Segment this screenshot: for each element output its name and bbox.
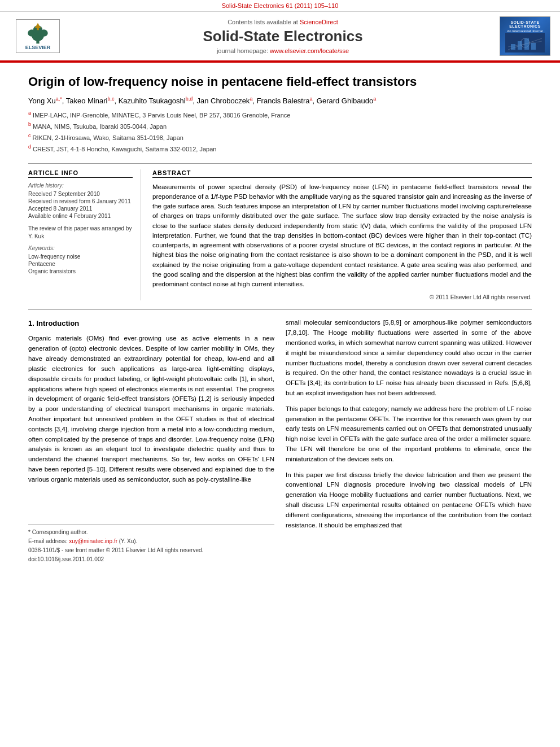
affiliation-a: a IMEP-LAHC, INP-Grenoble, MINATEC, 3 Pa…: [28, 110, 532, 120]
right-paragraph-2: This paper belongs to that category; nam…: [286, 404, 532, 465]
doi-line: doi:10.1016/j.sse.2011.01.002: [28, 556, 274, 563]
affiliation-d: d CREST, JST, 4-1-8 Honcho, Kawaguchi, S…: [28, 143, 532, 154]
author-yong-xu: Yong Xu: [28, 97, 56, 105]
author-takeo-minari: Takeo Minari: [66, 97, 108, 105]
corresponding-author-note: * Corresponding author.: [28, 528, 274, 536]
right-paragraph-3: In this paper we first discuss briefly t…: [286, 470, 532, 531]
right-paragraph-1: small molecular semiconductors [5,8,9] o…: [286, 318, 532, 399]
elsevier-logo-container: ELSEVIER: [7, 16, 69, 56]
author-francis: Francis Balestra: [257, 97, 310, 105]
footnotes: * Corresponding author. E-mail address: …: [28, 525, 274, 563]
history-received: Received 7 September 2010: [28, 191, 133, 197]
svg-rect-11: [511, 44, 515, 50]
journal-cover-image: SOLID-STATE ELECTRONICS An International…: [500, 16, 550, 56]
section1-number: 1.: [28, 319, 36, 327]
svg-rect-14: [531, 43, 536, 50]
cover-graphic: [505, 33, 545, 53]
homepage-url[interactable]: www.elsevier.com/locate/sse: [270, 47, 349, 54]
elsevier-tree-icon: [21, 22, 55, 45]
section1-heading: 1. Introduction: [28, 318, 274, 329]
article-info-abstract: ARTICLE INFO Article history: Received 7…: [28, 163, 532, 301]
abstract-column: ABSTRACT Measurements of power spectral …: [152, 169, 532, 301]
email-label: E-mail address:: [28, 538, 69, 544]
history-accepted: Accepted 8 January 2011: [28, 206, 133, 212]
author-jan: Jan Chroboczek: [196, 97, 250, 105]
journal-name-heading: Solid-State Electronics: [203, 28, 362, 45]
article-info-label: ARTICLE INFO: [28, 169, 133, 178]
article-history: Article history: Received 7 September 20…: [28, 182, 133, 219]
affiliation-b: b MANA, NIMS, Tsukuba, Ibaraki 305-0044,…: [28, 121, 532, 131]
abstract-text: Measurements of power spectral density (…: [152, 182, 532, 290]
section1-title: Introduction: [36, 319, 79, 327]
history-online: Available online 4 February 2011: [28, 213, 133, 219]
body-col-right: small molecular semiconductors [5,8,9] o…: [286, 318, 532, 564]
affiliations: a IMEP-LAHC, INP-Grenoble, MINATEC, 3 Pa…: [28, 110, 532, 154]
svg-rect-13: [524, 38, 529, 50]
copyright: © 2011 Elsevier Ltd All rights reserved.: [152, 294, 532, 300]
article-info-column: ARTICLE INFO Article history: Received 7…: [28, 169, 141, 301]
authors-line: Yong Xua,*, Takeo Minarib,c, Kazuhito Ts…: [28, 96, 532, 105]
keywords-label: Keywords:: [28, 245, 133, 251]
body-section: 1. Introduction Organic materials (OMs) …: [28, 309, 532, 564]
cover-title: SOLID-STATE ELECTRONICS: [502, 20, 548, 28]
keyword-lfn: Low-frequency noise: [28, 254, 133, 260]
keyword-pentacene: Pentacene: [28, 261, 133, 267]
paper-content: Origin of low-frequency noise in pentace…: [0, 63, 560, 576]
svg-marker-6: [35, 23, 41, 28]
journal-header: ELSEVIER Contents lists available at Sci…: [0, 12, 560, 62]
journal-homepage: journal homepage: www.elsevier.com/locat…: [217, 47, 349, 54]
affiliation-c: c RIKEN, 2-1Hirosawa, Wako, Saitama 351-…: [28, 132, 532, 142]
history-revised: Received in revised form 6 January 2011: [28, 198, 133, 204]
email-author: (Y. Xu).: [119, 538, 138, 544]
keywords-section: Keywords: Low-frequency noise Pentacene …: [28, 245, 133, 274]
author-email[interactable]: xuy@minatec.inp.fr: [69, 538, 117, 544]
elsevier-wordmark: ELSEVIER: [25, 45, 51, 50]
reviewer-note: The review of this paper was arranged by…: [28, 225, 133, 241]
body-col-left: 1. Introduction Organic materials (OMs) …: [28, 318, 274, 564]
author-gerard: Gerard Ghibaudo: [317, 97, 373, 105]
journal-citation-text: Solid-State Electronics 61 (2011) 105–11…: [222, 2, 339, 9]
journal-cover: SOLID-STATE ELECTRONICS An International…: [497, 16, 553, 56]
abstract-label: ABSTRACT: [152, 169, 532, 178]
paper-title: Origin of low-frequency noise in pentace…: [28, 74, 532, 90]
author-kazuhito: Kazuhito Tsukagoshi: [119, 97, 186, 105]
svg-rect-12: [518, 41, 522, 50]
email-note: E-mail address: xuy@minatec.inp.fr (Y. X…: [28, 538, 274, 545]
sciencedirect-link: Contents lists available at ScienceDirec…: [228, 19, 338, 25]
issn-line: 0038-1101/$ - see front matter © 2011 El…: [28, 547, 274, 554]
intro-paragraph-1: Organic materials (OMs) find ever-growin…: [28, 334, 274, 484]
journal-title-area: Contents lists available at ScienceDirec…: [75, 16, 491, 56]
sciencedirect-name[interactable]: ScienceDirect: [300, 19, 338, 25]
journal-citation-bar: Solid-State Electronics 61 (2011) 105–11…: [0, 0, 560, 12]
keyword-organic: Organic transistors: [28, 268, 133, 274]
elsevier-logo: ELSEVIER: [16, 19, 60, 53]
history-label: Article history:: [28, 182, 133, 189]
